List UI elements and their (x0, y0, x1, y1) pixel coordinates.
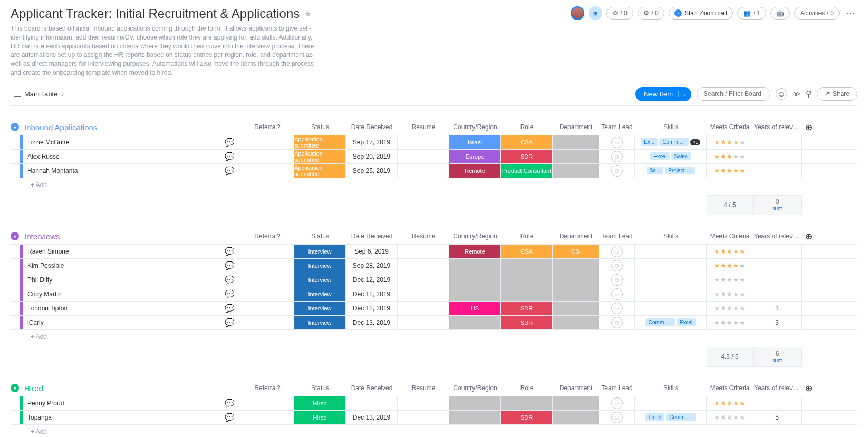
status-cell[interactable]: Interview (294, 259, 346, 273)
skills-cell[interactable] (635, 302, 707, 315)
column-header[interactable]: Referral? (240, 381, 294, 395)
date-cell[interactable]: Dec 13, 2019 (346, 316, 398, 329)
item-name-cell[interactable]: Topanga💬 (23, 411, 240, 424)
status-cell[interactable]: Hired (294, 396, 346, 410)
item-name-cell[interactable]: Cody Martin💬 (23, 287, 240, 301)
status-cell[interactable]: SDR (501, 411, 553, 424)
skills-cell[interactable]: Sa...Project Manage... (635, 164, 707, 178)
empty-cell[interactable] (449, 273, 501, 287)
years-cell[interactable] (753, 273, 802, 287)
criteria-cell[interactable]: ★★★★★ (707, 150, 753, 163)
resume-cell[interactable] (398, 287, 449, 301)
chat-icon[interactable]: 💬 (225, 399, 235, 408)
filter-icon[interactable]: ⚲ (806, 89, 812, 99)
item-name-cell[interactable]: Alex Russo💬 (23, 150, 240, 163)
column-header[interactable]: Resume (398, 229, 449, 243)
criteria-cell[interactable]: ★★★★★ (707, 135, 753, 149)
add-column-button[interactable]: ⊕ (802, 231, 815, 241)
group-collapse-icon[interactable]: ▾ (11, 123, 19, 131)
years-cell[interactable]: 3 (753, 302, 802, 315)
column-header[interactable]: Resume (398, 120, 449, 134)
column-header[interactable]: Department (553, 381, 599, 395)
status-cell[interactable]: Europe (449, 150, 501, 163)
resume-cell[interactable] (398, 150, 449, 163)
status-cell[interactable]: CSA (501, 135, 553, 149)
status-cell[interactable]: Remote (449, 164, 501, 178)
rating-stars[interactable]: ★★★★★ (714, 305, 746, 312)
skills-cell[interactable]: CommunicationExcel (635, 316, 707, 329)
chat-icon[interactable]: 💬 (225, 152, 235, 161)
status-cell[interactable]: US (449, 302, 501, 315)
empty-cell[interactable] (553, 396, 599, 410)
rating-stars[interactable]: ★★★★★ (714, 290, 746, 298)
integration-button-1[interactable]: ⟲ / 0 (606, 7, 633, 20)
date-cell[interactable]: Dec 13, 2019 (346, 411, 398, 424)
referral-cell[interactable] (240, 396, 294, 410)
column-header[interactable]: Status (294, 229, 346, 243)
resume-cell[interactable] (398, 273, 449, 287)
item-name-cell[interactable]: Hannah Montanta💬 (23, 164, 240, 178)
empty-cell[interactable] (553, 135, 599, 149)
activities-button[interactable]: Activities / 0 (794, 7, 840, 20)
column-header[interactable]: Years of relevant w... (753, 229, 802, 243)
status-cell[interactable]: SDR (501, 302, 553, 315)
status-cell[interactable]: Israel (449, 135, 501, 149)
group-collapse-icon[interactable]: ▾ (11, 232, 19, 240)
table-row[interactable]: Topanga💬HiredDec 13, 2019SDR☺ExcelCommun… (11, 410, 857, 424)
table-row[interactable]: Raven Simone💬InterviewSep 6, 2019RemoteC… (11, 244, 857, 258)
years-cell[interactable] (753, 164, 802, 178)
criteria-cell[interactable]: ★★★★★ (707, 411, 753, 424)
status-cell[interactable]: SDR (501, 316, 553, 329)
empty-cell[interactable] (449, 287, 501, 301)
years-cell[interactable] (753, 245, 802, 258)
resume-cell[interactable] (398, 316, 449, 329)
status-cell[interactable]: CSA (501, 245, 553, 258)
criteria-cell[interactable]: ★★★★★ (707, 396, 753, 410)
empty-cell[interactable] (449, 411, 501, 424)
chat-icon[interactable]: 💬 (225, 247, 235, 256)
status-cell[interactable]: Interview (294, 245, 346, 258)
team-lead-cell[interactable]: ☺ (599, 302, 635, 315)
status-cell[interactable]: Interview (294, 316, 346, 329)
status-cell[interactable]: Remote (449, 245, 501, 258)
referral-cell[interactable] (240, 411, 294, 424)
hide-icon[interactable]: 👁 (793, 90, 801, 99)
column-header[interactable]: Country/Region (449, 229, 501, 243)
group-title[interactable]: Hired (24, 384, 43, 393)
empty-cell[interactable] (553, 302, 599, 315)
new-item-button[interactable]: New Item⌵ (635, 87, 691, 101)
team-lead-cell[interactable]: ☺ (599, 396, 635, 410)
date-cell[interactable]: Dec 12, 2019 (346, 273, 398, 287)
resume-cell[interactable] (398, 164, 449, 178)
add-column-button[interactable]: ⊕ (802, 122, 815, 132)
resume-cell[interactable] (398, 302, 449, 315)
date-cell[interactable]: Dec 12, 2019 (346, 302, 398, 315)
empty-cell[interactable] (501, 259, 553, 273)
column-header[interactable]: Skills (635, 120, 707, 134)
empty-cell[interactable] (501, 396, 553, 410)
automations-icon-button[interactable]: 🤖 (770, 7, 790, 20)
date-cell[interactable]: Sep 6, 2019 (346, 245, 398, 258)
skills-cell[interactable]: ExcelCommunication (635, 411, 707, 424)
empty-cell[interactable] (501, 287, 553, 301)
add-column-button[interactable]: ⊕ (802, 383, 815, 393)
empty-cell[interactable] (553, 287, 599, 301)
column-header[interactable]: Team Lead (599, 120, 635, 134)
resume-cell[interactable] (398, 411, 449, 424)
rating-stars[interactable]: ★★★★★ (714, 400, 746, 407)
rating-stars[interactable]: ★★★★★ (714, 139, 746, 146)
team-lead-cell[interactable]: ☺ (599, 150, 635, 163)
skills-cell[interactable]: ExcelSales (635, 150, 707, 163)
referral-cell[interactable] (240, 259, 294, 273)
integration-button-2[interactable]: ⚙ / 0 (638, 7, 664, 20)
empty-cell[interactable] (449, 396, 501, 410)
resume-cell[interactable] (398, 135, 449, 149)
chevron-down-icon[interactable]: ⌵ (678, 91, 686, 97)
referral-cell[interactable] (240, 302, 294, 315)
column-header[interactable]: Department (553, 229, 599, 243)
item-name-cell[interactable]: Penny Proud💬 (23, 396, 240, 410)
status-cell[interactable]: CS (553, 245, 599, 258)
more-menu-icon[interactable]: ⋯ (844, 7, 857, 19)
table-row[interactable]: Penny Proud💬Hired☺★★★★★ (11, 396, 857, 410)
column-header[interactable]: Meets Criteria (707, 120, 753, 134)
